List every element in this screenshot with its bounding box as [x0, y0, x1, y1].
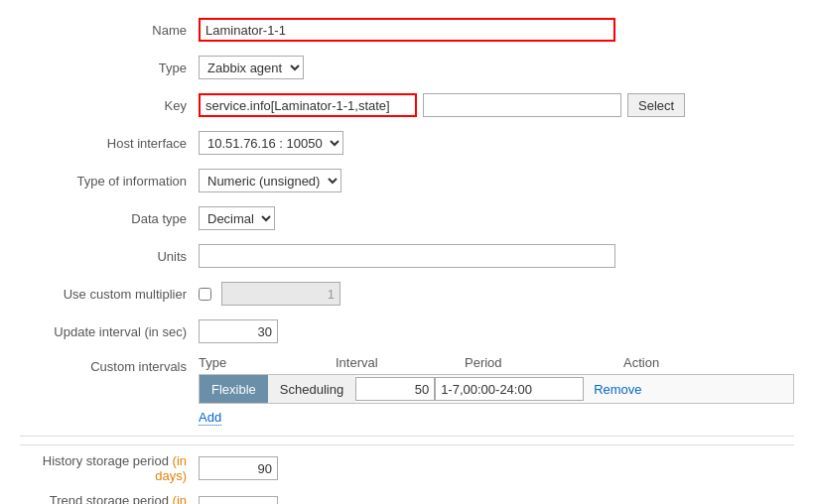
- multiplier-row: Use custom multiplier: [20, 280, 794, 308]
- trend-label: Trend storage period (in days): [20, 493, 199, 504]
- col-interval-header: Interval: [328, 355, 457, 370]
- data-type-label: Data type: [20, 211, 199, 226]
- history-row: History storage period (in days): [20, 444, 794, 483]
- type-of-info-label: Type of information: [20, 174, 199, 189]
- type-select[interactable]: Zabbix agent: [199, 56, 304, 79]
- history-label: History storage period (in days): [20, 453, 199, 483]
- add-interval-link[interactable]: Add: [199, 410, 221, 426]
- multiplier-label: Use custom multiplier: [20, 287, 199, 302]
- key-content: Select: [199, 93, 794, 117]
- col-type-header: Type: [199, 355, 328, 370]
- type-row: Type Zabbix agent: [20, 54, 794, 81]
- interval-value-input[interactable]: [355, 377, 435, 401]
- trend-input[interactable]: [199, 496, 278, 504]
- host-interface-row: Host interface 10.51.76.16 : 10050: [20, 129, 794, 157]
- update-interval-row: Update interval (in sec): [20, 317, 794, 345]
- update-interval-content: [199, 319, 794, 343]
- key-select-button[interactable]: Select: [627, 93, 685, 117]
- name-label: Name: [20, 23, 199, 38]
- units-row: Units: [20, 242, 794, 270]
- name-content: [199, 18, 794, 42]
- key-input[interactable]: [199, 93, 417, 117]
- update-interval-label: Update interval (in sec): [20, 324, 199, 339]
- trend-content: [199, 496, 794, 504]
- multiplier-checkbox-area: [199, 288, 215, 301]
- interval-row-0: Flexible Scheduling Remove: [199, 374, 794, 404]
- name-row: Name: [20, 16, 794, 44]
- key-row: Key Select: [20, 91, 794, 119]
- type-of-info-row: Type of information Numeric (unsigned): [20, 167, 794, 194]
- data-type-content: Decimal: [199, 206, 794, 230]
- host-interface-label: Host interface: [20, 136, 199, 151]
- custom-intervals-row: Custom intervals Type Interval Period Ac…: [20, 355, 794, 426]
- key-label: Key: [20, 98, 199, 113]
- custom-intervals-label: Custom intervals: [20, 355, 199, 374]
- type-of-info-content: Numeric (unsigned): [199, 169, 794, 192]
- multiplier-content: [199, 282, 794, 306]
- data-type-select[interactable]: Decimal: [199, 206, 275, 230]
- remove-link[interactable]: Remove: [584, 382, 651, 397]
- host-interface-content: 10.51.76.16 : 10050: [199, 131, 794, 155]
- section-divider: [20, 436, 794, 437]
- update-interval-input[interactable]: [199, 319, 278, 343]
- scheduling-button[interactable]: Scheduling: [268, 375, 355, 403]
- history-content: [199, 456, 794, 480]
- units-input[interactable]: [199, 244, 615, 268]
- intervals-block: Type Interval Period Action Flexible Sch…: [199, 355, 794, 426]
- add-link-container: Add: [199, 404, 794, 426]
- units-content: [199, 244, 794, 268]
- type-label: Type: [20, 61, 199, 75]
- key-extra-input[interactable]: [423, 93, 621, 117]
- period-input[interactable]: [435, 377, 584, 401]
- units-label: Units: [20, 249, 199, 264]
- multiplier-value-input[interactable]: [221, 282, 340, 306]
- item-edit-form: Name Type Zabbix agent Key Select Host i…: [0, 0, 814, 504]
- intervals-header: Type Interval Period Action: [199, 355, 794, 370]
- trend-row: Trend storage period (in days): [20, 493, 794, 504]
- type-content: Zabbix agent: [199, 56, 794, 79]
- flexible-button[interactable]: Flexible: [200, 375, 268, 403]
- type-of-info-select[interactable]: Numeric (unsigned): [199, 169, 341, 192]
- col-period-header: Period: [457, 355, 615, 370]
- history-input[interactable]: [199, 456, 278, 480]
- data-type-row: Data type Decimal: [20, 204, 794, 232]
- host-interface-select[interactable]: 10.51.76.16 : 10050: [199, 131, 343, 155]
- col-action-header: Action: [615, 355, 695, 370]
- name-input[interactable]: [199, 18, 615, 42]
- multiplier-checkbox[interactable]: [199, 288, 211, 301]
